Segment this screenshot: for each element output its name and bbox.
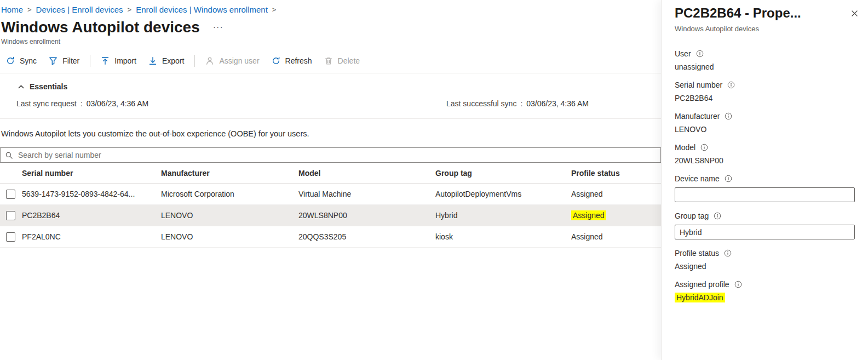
- cell-group-tag: kiosk: [435, 226, 571, 247]
- info-icon[interactable]: [696, 50, 704, 58]
- more-options-button[interactable]: ···: [211, 22, 226, 35]
- column-header-model[interactable]: Model: [298, 163, 435, 183]
- last-sync-request-value: 03/06/23, 4:36 AM: [87, 99, 149, 108]
- checkbox-cell: [0, 226, 22, 247]
- panel-field-user: Userunassigned: [675, 49, 855, 71]
- search-input[interactable]: [17, 150, 656, 160]
- row-checkbox[interactable]: [6, 232, 15, 242]
- breadcrumb-link[interactable]: Devices | Enroll devices: [36, 5, 123, 14]
- delete-button: Delete: [318, 53, 366, 68]
- search-icon: [5, 151, 13, 159]
- panel-field-assigned-profile: Assigned profileHybridADJoin: [675, 280, 855, 302]
- cell-text: 5639-1473-9152-0893-4842-64...: [22, 190, 135, 198]
- field-label: Device name: [675, 174, 855, 183]
- column-header-group-tag[interactable]: Group tag: [435, 163, 571, 183]
- cell-model: 20WLS8NP00: [298, 204, 435, 226]
- group-tag-input[interactable]: [675, 225, 855, 239]
- colon-separator: :: [520, 99, 522, 108]
- export-icon: [148, 56, 157, 65]
- assign-user-icon: [205, 56, 214, 65]
- properties-panel: PC2B2B64 - Prope... Windows Autopilot de…: [661, 0, 868, 360]
- toolbar-button-label: Filter: [62, 56, 79, 65]
- chevron-up-icon: [18, 83, 25, 90]
- cell-profile-status: Assigned: [571, 183, 661, 204]
- cell-group-tag: AutopilotDeploymentVms: [435, 183, 571, 204]
- import-icon: [101, 56, 110, 65]
- essentials-row: Last sync request : 03/06/23, 4:36 AM La…: [0, 99, 661, 119]
- sync-icon: [6, 56, 15, 65]
- info-icon[interactable]: [714, 212, 721, 220]
- page-subtitle: Windows enrollment: [0, 38, 661, 45]
- breadcrumb-separator: >: [272, 5, 277, 14]
- refresh-icon: [272, 56, 280, 65]
- cell-manufacturer: Microsoft Corporation: [161, 183, 298, 204]
- select-all-header: [0, 163, 22, 183]
- devices-table: Serial numberManufacturerModelGroup tagP…: [0, 163, 661, 248]
- sync-button[interactable]: Sync: [0, 53, 43, 68]
- cell-serial: 5639-1473-9152-0893-4842-64...: [22, 183, 161, 204]
- cell-profile-status: Assigned: [571, 204, 661, 226]
- checkbox-cell: [0, 183, 22, 204]
- toolbar-divider: [194, 55, 195, 67]
- refresh-button[interactable]: Refresh: [266, 53, 318, 68]
- field-label-text: Group tag: [675, 212, 709, 220]
- info-icon[interactable]: [725, 175, 732, 182]
- cell-group-tag: Hybrid: [435, 204, 571, 226]
- field-value: LENOVO: [675, 125, 855, 134]
- panel-field-group-tag: Group tag: [675, 212, 855, 239]
- toolbar-button-label: Import: [114, 56, 136, 65]
- table-row[interactable]: PF2AL0NCLENOVO20QQS3S205kioskAssigned: [0, 226, 661, 247]
- column-header-manufacturer[interactable]: Manufacturer: [161, 163, 298, 183]
- field-label: Profile status: [675, 249, 855, 258]
- info-icon[interactable]: [724, 249, 732, 257]
- field-label: User: [675, 49, 855, 58]
- field-value: HybridADJoin: [675, 293, 855, 302]
- export-button[interactable]: Export: [142, 53, 190, 68]
- essentials-toggle[interactable]: Essentials: [18, 82, 67, 91]
- info-icon[interactable]: [725, 112, 732, 120]
- table-row[interactable]: 5639-1473-9152-0893-4842-64...Microsoft …: [0, 183, 661, 204]
- toolbar-button-label: Refresh: [285, 56, 312, 65]
- breadcrumb-link[interactable]: Enroll devices | Windows enrollment: [136, 5, 268, 14]
- cell-text: PF2AL0NC: [22, 232, 61, 241]
- row-checkbox[interactable]: [6, 211, 15, 220]
- field-value: 20WLS8NP00: [675, 156, 855, 165]
- info-icon[interactable]: [700, 144, 708, 151]
- field-label-text: Device name: [675, 174, 720, 183]
- field-label-text: Assigned profile: [675, 280, 729, 289]
- table-row[interactable]: PC2B2B64LENOVO20WLS8NP00HybridAssigned: [0, 204, 661, 226]
- device-name-input[interactable]: [675, 187, 855, 202]
- field-label-text: Serial number: [675, 81, 722, 89]
- field-label-text: Manufacturer: [675, 112, 720, 121]
- table-body: 5639-1473-9152-0893-4842-64...Microsoft …: [0, 183, 661, 247]
- column-header-serial-number[interactable]: Serial number: [22, 163, 161, 183]
- filter-button[interactable]: Filter: [43, 53, 85, 68]
- info-icon[interactable]: [734, 281, 742, 288]
- last-successful-sync-label: Last successful sync: [446, 99, 516, 108]
- close-button[interactable]: [849, 8, 860, 20]
- cell-text: kiosk: [435, 232, 453, 241]
- cell-manufacturer: LENOVO: [161, 204, 298, 226]
- field-value-text: 20WLS8NP00: [675, 156, 723, 165]
- info-icon[interactable]: [727, 81, 735, 89]
- field-value: unassigned: [675, 62, 855, 71]
- field-label: Serial number: [675, 81, 855, 89]
- last-sync-request-label: Last sync request: [16, 99, 77, 108]
- breadcrumb-link[interactable]: Home: [1, 5, 23, 14]
- field-label: Group tag: [675, 212, 855, 220]
- cell-text: Assigned: [571, 210, 606, 220]
- column-header-profile-status[interactable]: Profile status: [571, 163, 661, 183]
- cell-model: Virtual Machine: [298, 183, 435, 204]
- import-button[interactable]: Import: [95, 53, 142, 68]
- breadcrumb-separator: >: [128, 5, 132, 14]
- panel-field-model: Model20WLS8NP00: [675, 143, 855, 165]
- field-value-text: HybridADJoin: [675, 293, 725, 302]
- row-checkbox[interactable]: [6, 190, 15, 199]
- close-icon: [850, 9, 859, 19]
- toolbar-button-label: Delete: [338, 56, 360, 65]
- field-label: Manufacturer: [675, 112, 855, 121]
- last-sync-request: Last sync request : 03/06/23, 4:36 AM: [16, 99, 446, 108]
- cell-text: 20WLS8NP00: [298, 211, 347, 220]
- panel-fields: UserunassignedSerial numberPC2B2B64Manuf…: [675, 49, 855, 302]
- app: Home>Devices | Enroll devices>Enroll dev…: [0, 0, 868, 360]
